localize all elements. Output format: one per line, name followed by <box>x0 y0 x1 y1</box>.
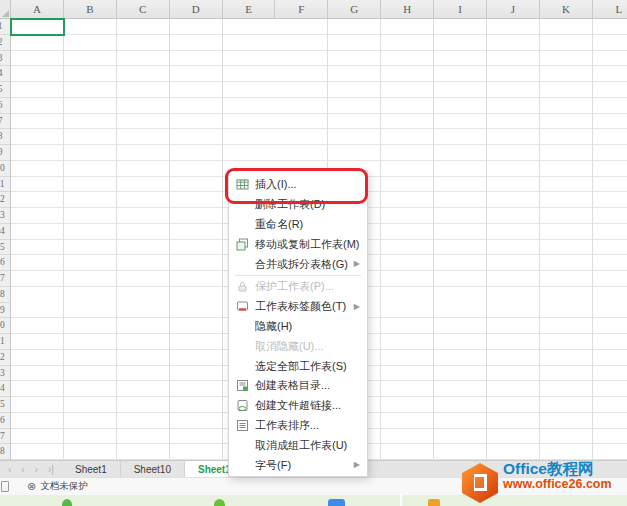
row-header[interactable]: 16 <box>0 255 10 271</box>
select-all-triangle-icon <box>2 10 9 17</box>
menu-item-label: 移动或复制工作表(M)... <box>255 237 360 252</box>
row-header[interactable]: 2 <box>0 35 10 51</box>
row-header[interactable]: 3 <box>0 51 10 67</box>
move-copy-sheet-icon <box>236 238 251 251</box>
row-header[interactable]: 26 <box>0 413 10 429</box>
protection-status: 文档未保护 <box>40 480 88 493</box>
taskbar-app-icon[interactable] <box>328 499 345 506</box>
taskbar-app-icon[interactable] <box>62 499 72 506</box>
watermark-title: Office教程网 <box>503 461 612 478</box>
column-header[interactable]: H <box>381 0 434 18</box>
taskbar-app-icon[interactable] <box>428 499 440 506</box>
row-header[interactable]: 12 <box>0 192 10 208</box>
column-header[interactable]: G <box>328 0 381 18</box>
row-header[interactable]: 9 <box>0 145 10 161</box>
no-icon <box>236 218 251 231</box>
unprotected-shield-icon: ⊗ <box>27 481 36 492</box>
row-header[interactable]: 19 <box>0 303 10 319</box>
row-header[interactable]: 23 <box>0 366 10 382</box>
column-header[interactable]: C <box>117 0 170 18</box>
menu-item-label: 取消成组工作表(U) <box>255 438 360 453</box>
row-header[interactable]: 6 <box>0 98 10 114</box>
sheet-context-menu: 插入(I)... 删除工作表(D) 重命名(R) 移动或复制工作表(M)... … <box>228 170 368 477</box>
menu-item-tab-color[interactable]: 工作表标签颜色(T) ▶ <box>229 297 367 317</box>
menu-item-select-all-sheets[interactable]: 选定全部工作表(S) <box>229 356 367 376</box>
row-header[interactable]: 18 <box>0 287 10 303</box>
column-header[interactable]: B <box>64 0 117 18</box>
menu-item-ungroup-sheets[interactable]: 取消成组工作表(U) <box>229 435 367 455</box>
menu-item-label: 合并或拆分表格(G) <box>255 257 354 272</box>
column-header[interactable]: E <box>223 0 276 18</box>
menu-item-protect-sheet[interactable]: 保护工作表(P)... <box>229 277 367 297</box>
row-header[interactable]: 8 <box>0 129 10 145</box>
office-door-shape <box>474 474 487 491</box>
watermark: Office教程网 www.office26.com <box>458 458 627 504</box>
menu-item-label: 创建表格目录... <box>255 378 360 393</box>
row-header[interactable]: 20 <box>0 318 10 334</box>
menu-item-label: 工作表排序... <box>255 418 360 433</box>
annotation-highlight <box>225 168 368 204</box>
last-sheet-icon[interactable]: ›| <box>48 464 54 475</box>
row-header[interactable]: 4 <box>0 66 10 82</box>
column-header[interactable]: L <box>593 0 627 18</box>
menu-item-rename[interactable]: 重命名(R) <box>229 215 367 235</box>
prev-sheet-icon[interactable]: ‹ <box>21 464 24 475</box>
row-header[interactable]: 21 <box>0 334 10 350</box>
row-header[interactable]: 17 <box>0 271 10 287</box>
row-header[interactable]: 24 <box>0 381 10 397</box>
no-icon <box>236 360 251 373</box>
taskbar-divider <box>400 495 402 506</box>
menu-item-label: 取消隐藏(U)... <box>255 339 360 354</box>
column-header[interactable]: J <box>487 0 540 18</box>
menu-item-create-toc[interactable]: 创建表格目录... <box>229 376 367 396</box>
no-icon <box>236 459 251 472</box>
menu-item-unhide[interactable]: 取消隐藏(U)... <box>229 336 367 356</box>
menu-item-create-hyperlink[interactable]: 创建文件超链接... <box>229 396 367 416</box>
row-header[interactable]: 11 <box>0 177 10 193</box>
next-sheet-icon[interactable]: › <box>35 464 38 475</box>
first-sheet-icon[interactable]: ‹ <box>8 464 11 475</box>
menu-item-merge-split[interactable]: 合并或拆分表格(G) ▶ <box>229 254 367 274</box>
select-all-corner[interactable] <box>0 0 11 19</box>
row-header[interactable]: 25 <box>0 397 10 413</box>
no-icon <box>236 258 251 271</box>
menu-item-label: 重命名(R) <box>255 217 360 232</box>
menu-item-label: 工作表标签颜色(T) <box>255 299 354 314</box>
sheet-tab-sheet1[interactable]: Sheet1 <box>62 461 121 477</box>
column-header[interactable]: F <box>275 0 328 18</box>
row-header[interactable]: 1 <box>0 19 10 35</box>
sheet-tab-sheet10[interactable]: Sheet10 <box>121 461 185 477</box>
menu-item-hide[interactable]: 隐藏(H) <box>229 317 367 337</box>
document-icon <box>1 481 9 492</box>
column-headers: ABCDEFGHIJKL <box>11 0 627 19</box>
column-header[interactable]: K <box>540 0 593 18</box>
row-header[interactable]: 22 <box>0 350 10 366</box>
row-headers: 1234567891011121314151617181920212223242… <box>0 19 11 460</box>
menu-item-label: 字号(F) <box>255 458 354 473</box>
row-header[interactable]: 5 <box>0 82 10 98</box>
row-header[interactable]: 10 <box>0 161 10 177</box>
menu-item-font-size[interactable]: 字号(F) ▶ <box>229 455 367 475</box>
menu-separator <box>235 275 361 276</box>
menu-item-sort-sheets[interactable]: 工作表排序... <box>229 416 367 436</box>
row-header[interactable]: 13 <box>0 208 10 224</box>
submenu-arrow-icon: ▶ <box>354 303 360 311</box>
column-header[interactable]: A <box>11 0 64 18</box>
selected-cell[interactable] <box>10 18 65 36</box>
spreadsheet-app: ABCDEFGHIJKL 123456789101112131415161718… <box>0 0 627 506</box>
row-header[interactable]: 15 <box>0 240 10 256</box>
no-icon <box>236 340 251 353</box>
tab-color-icon <box>236 300 251 313</box>
column-header[interactable]: D <box>170 0 223 18</box>
menu-item-move-copy[interactable]: 移动或复制工作表(M)... <box>229 234 367 254</box>
taskbar-app-icon[interactable] <box>214 499 225 506</box>
submenu-arrow-icon: ▶ <box>354 461 360 469</box>
row-header[interactable]: 27 <box>0 429 10 445</box>
row-header[interactable]: 7 <box>0 114 10 130</box>
row-header[interactable]: 14 <box>0 224 10 240</box>
column-header[interactable]: I <box>434 0 487 18</box>
sheet-nav: ‹ ‹ › ›| <box>0 461 62 477</box>
hyperlink-icon <box>236 399 251 412</box>
office26-logo-icon <box>462 463 498 503</box>
row-header[interactable]: 28 <box>0 444 10 460</box>
